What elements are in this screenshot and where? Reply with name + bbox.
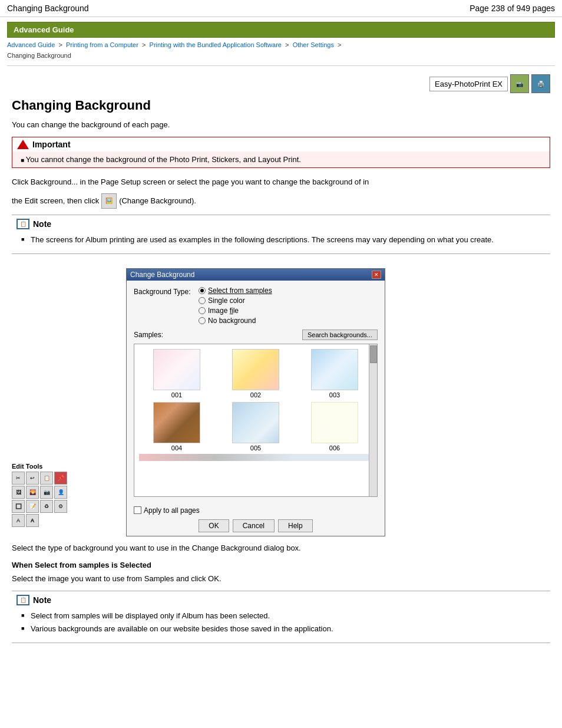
thumb-item-006[interactable]: 006 [297, 402, 372, 452]
partial-bg-strip [139, 454, 372, 461]
tool-icon-13[interactable]: A [12, 514, 25, 527]
thumb-item-003[interactable]: 003 [297, 349, 372, 398]
important-section: Important You cannot change the backgrou… [12, 137, 550, 168]
thumb-img-003 [311, 349, 358, 390]
thumb-item-005[interactable]: 005 [218, 402, 293, 452]
radio-label-none: No background [208, 317, 256, 325]
tool-icon-10[interactable]: 📝 [26, 500, 39, 513]
tool-icon-11[interactable]: ♻ [40, 500, 53, 513]
apply-all-checkbox[interactable] [134, 506, 141, 514]
intro-text: You can change the background of each pa… [12, 119, 550, 131]
page-header: Changing Background Page 238 of 949 page… [0, 0, 562, 17]
dialog-footer: Apply to all pages OK Cancel Help [127, 503, 385, 536]
note2-section: 📋 Note Select from samples will be displ… [12, 591, 550, 643]
radio-label-single: Single color [208, 297, 245, 305]
tool-icon-7[interactable]: 📷 [40, 486, 53, 499]
thumb-label-004: 004 [171, 444, 182, 452]
apply-all-row: Apply to all pages [134, 506, 378, 515]
note1-label: Note [33, 219, 51, 229]
select-instruction: Select the type of background you want t… [12, 542, 550, 554]
dialog-titlebar: Change Background ✕ [127, 269, 385, 281]
thumb-img-002 [232, 349, 279, 390]
radio-circle-image [199, 307, 206, 314]
thumb-label-002: 002 [250, 391, 261, 398]
click-instruction: Click Background... in the Page Setup sc… [12, 176, 550, 188]
tool-icon-5[interactable]: 🖼 [12, 486, 25, 499]
tool-icon-9[interactable]: 🔲 [12, 500, 25, 513]
tool-icon-6[interactable]: 🌄 [26, 486, 39, 499]
thumb-item-001[interactable]: 001 [139, 349, 214, 398]
tool-icon-12[interactable]: ⚙ [54, 500, 67, 513]
radio-no-background[interactable]: No background [199, 317, 272, 325]
change-background-dialog: Change Background ✕ Background Type: Sel… [126, 268, 385, 536]
thumb-item-002[interactable]: 002 [218, 349, 293, 398]
main-content: Easy-PhotoPrint EX 📷 🖨️ Changing Backgro… [0, 68, 562, 657]
important-header: Important [12, 137, 550, 151]
app-logo-area: Easy-PhotoPrint EX 📷 🖨️ [12, 74, 550, 93]
tool-icon-1[interactable]: ✂ [12, 472, 25, 485]
note2-body: Select from samples will be displayed on… [12, 608, 550, 639]
background-type-row: Background Type: Select from samples Sin… [134, 286, 378, 325]
background-options: Select from samples Single color Image f… [199, 286, 272, 325]
scroll-thumb [370, 345, 377, 363]
note1-section: 📋 Note The screens for Album printing ar… [12, 215, 550, 254]
help-button[interactable]: Help [278, 519, 313, 532]
tool-row-2: 🖼 🌄 📷 👤 [12, 486, 67, 499]
when-select-heading: When Select from samples is Selected [12, 561, 550, 569]
breadcrumb-link-printing[interactable]: Printing from a Computer [66, 41, 138, 48]
radio-image-file[interactable]: Image file [199, 307, 272, 315]
note1-header: 📋 Note [12, 219, 550, 232]
tool-icon-3[interactable]: 📋 [40, 472, 53, 485]
important-triangle-icon [17, 140, 29, 149]
tools-sidebar: Edit Tools ✂ ↩ 📋 📌 🖼 🌄 📷 👤 🔲 📝 ♻ ⚙ A [12, 262, 67, 542]
tool-icon-8[interactable]: 👤 [54, 486, 67, 499]
radio-circle-single [199, 297, 206, 304]
select-instruction-2: Select the image you want to use from Sa… [12, 573, 550, 585]
app-logo-box: Easy-PhotoPrint EX [429, 77, 508, 91]
partial-row-strip [139, 454, 372, 461]
page-count: Page 238 of 949 pages [470, 4, 555, 13]
radio-label-samples: Select from samples [208, 286, 272, 295]
cancel-button[interactable]: Cancel [233, 519, 275, 532]
radio-label-image: Image file [208, 307, 239, 315]
samples-label: Samples: [134, 331, 163, 339]
ok-button[interactable]: OK [199, 519, 229, 532]
radio-circle-none [199, 317, 206, 324]
note-icon-1: 📋 [16, 219, 29, 229]
dialog-close-button[interactable]: ✕ [372, 271, 381, 279]
thumb-item-004[interactable]: 004 [139, 402, 214, 452]
apply-all-label: Apply to all pages [144, 506, 200, 515]
breadcrumb-link-other[interactable]: Other Settings [293, 41, 334, 48]
note2-label: Note [33, 595, 51, 605]
tool-row-1: ✂ ↩ 📋 📌 [12, 472, 67, 485]
note2-header: 📋 Note [12, 595, 550, 608]
search-backgrounds-button[interactable]: Search backgrounds... [302, 330, 378, 340]
note1-body: The screens for Album printing are used … [12, 232, 550, 250]
header-divider [7, 65, 555, 66]
scrollbar[interactable] [369, 344, 377, 496]
thumb-img-006 [311, 402, 358, 443]
thumb-label-003: 003 [329, 391, 340, 398]
tool-icon-4[interactable]: 📌 [54, 472, 67, 485]
radio-select-samples[interactable]: Select from samples [199, 286, 272, 295]
breadcrumb-current: Changing Background [7, 52, 71, 59]
important-body: You cannot change the background of the … [12, 151, 550, 167]
radio-circle-samples [199, 287, 206, 294]
change-background-icon: 🖼️ [101, 193, 117, 209]
note1-item-1: The screens for Album printing are used … [21, 234, 541, 246]
breadcrumb-link-advanced[interactable]: Advanced Guide [7, 41, 55, 48]
tool-icon-14[interactable]: A [26, 514, 39, 527]
tool-row-3: 🔲 📝 ♻ ⚙ [12, 500, 67, 513]
breadcrumb-link-bundled[interactable]: Printing with the Bundled Application So… [150, 41, 282, 48]
thumb-label-005: 005 [250, 444, 261, 452]
dialog-body: Background Type: Select from samples Sin… [127, 281, 385, 503]
background-type-label: Background Type: [134, 286, 193, 296]
thumb-img-004 [153, 402, 200, 443]
dialog-tools-layout: Edit Tools ✂ ↩ 📋 📌 🖼 🌄 📷 👤 🔲 📝 ♻ ⚙ A [12, 262, 550, 542]
app-icon-2: 🖨️ [531, 74, 550, 93]
page-title-header: Changing Background [7, 4, 89, 13]
radio-single-color[interactable]: Single color [199, 297, 272, 305]
edit-tools-label: Edit Tools [12, 463, 67, 470]
thumbnail-grid-container[interactable]: 001 002 003 004 [134, 344, 378, 497]
tool-icon-2[interactable]: ↩ [26, 472, 39, 485]
